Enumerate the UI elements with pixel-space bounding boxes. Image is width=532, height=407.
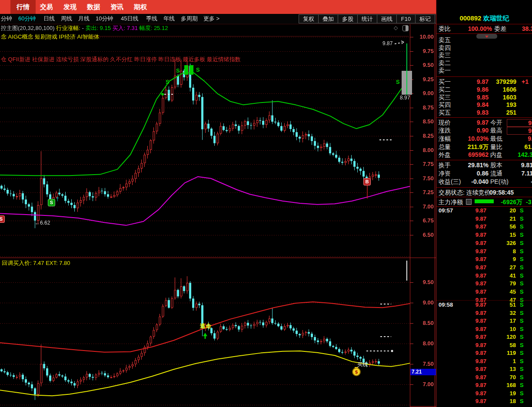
tape-row: 9.8721S	[436, 215, 532, 223]
chart-toolbar: 分钟60分钟日线周线月线10分钟45日线季线年线多周期更多 > 复权叠加多股统计…	[0, 14, 436, 24]
panel-text: 29.81%	[454, 162, 489, 169]
tape-volume: 10	[489, 326, 516, 332]
toolbar-button-复权[interactable]: 复权	[299, 14, 319, 23]
panel-text: 买四	[439, 101, 451, 109]
tape-row: 9.8732S	[436, 310, 532, 318]
period-月线[interactable]: 月线	[78, 14, 90, 23]
panel-text: 1603	[490, 94, 516, 101]
panel-divider	[436, 24, 532, 24]
tape-volume: 27	[489, 264, 516, 271]
tape-row: 9.8727S	[436, 264, 532, 272]
panel-text: -	[505, 178, 532, 185]
tape-side: S	[520, 256, 524, 262]
tape-row: 9.8756S	[436, 223, 532, 231]
panel-text: 换手	[439, 162, 451, 169]
tape-volume: 17	[489, 318, 516, 324]
tape-volume: 13	[489, 366, 516, 372]
panel-text: 涨幅	[439, 135, 451, 143]
tape-row: 9.87119S	[436, 350, 532, 357]
tape-side: S	[520, 310, 524, 316]
toolbar-button-多股[interactable]: 多股	[338, 14, 358, 23]
stock-header[interactable]: 000892 欢瑞世纪	[436, 14, 532, 23]
panel-text: 9.	[505, 135, 532, 142]
tape-side: S	[520, 358, 524, 364]
tape-price: 9.87	[454, 342, 486, 348]
tape-price: 9.87	[454, 390, 486, 397]
panel-text: 委比	[439, 25, 451, 33]
tape-side: S	[520, 223, 524, 230]
panel-text: 交易状态: 连续竞价	[439, 189, 491, 197]
tape-side: S	[520, 374, 524, 381]
panel-text: 今开	[490, 119, 502, 127]
toolbar-button-标记[interactable]: 标记	[415, 14, 435, 23]
panel-text: 7.11	[505, 170, 532, 177]
tape-row: 9.87120S	[436, 334, 532, 341]
period-更多 >[interactable]: 更多 >	[203, 14, 219, 23]
panel-text: 买一	[439, 78, 451, 86]
tape-price: 9.87	[454, 350, 486, 356]
tape-side: S	[520, 232, 524, 238]
toolbar-button-画线[interactable]: 画线	[377, 14, 397, 23]
tape-side: S	[520, 248, 524, 255]
tape-volume: 32	[489, 310, 516, 316]
panel-text: 卖三	[439, 52, 451, 60]
period-45日线[interactable]: 45日线	[121, 14, 138, 23]
main-force-bar	[475, 199, 494, 203]
period-年线[interactable]: 年线	[163, 14, 175, 23]
tape-row: 9.8710S	[436, 326, 532, 334]
quote-panel: 000892 欢瑞世纪 委比100.00%委差38.3卖五卖四卖三卖二卖一买一9…	[436, 0, 532, 407]
menu-item-资讯[interactable]: 资讯	[104, 0, 130, 14]
tape-row: 9.8770S	[436, 374, 532, 382]
panel-text: 卖四	[439, 44, 451, 52]
panel-text: 外盘	[439, 151, 451, 159]
menu-item-期权[interactable]: 期权	[128, 0, 153, 14]
tape-row: 9.8713S	[436, 366, 532, 374]
panel-text: 9.87	[454, 119, 489, 126]
panel-text: 0.86	[454, 170, 489, 177]
tape-side: S	[520, 366, 524, 372]
candlestick-chart[interactable]	[0, 0, 436, 407]
tape-volume: 326	[489, 240, 516, 246]
period-分钟[interactable]: 分钟	[1, 14, 12, 23]
panel-text: 买三	[439, 94, 451, 102]
tape-price: 9.87	[454, 326, 486, 332]
tape-time: 09:57	[439, 207, 453, 214]
period-周线[interactable]: 周线	[61, 14, 72, 23]
stock-code: 000892	[459, 14, 481, 22]
menu-item-行情[interactable]: 行情	[10, 0, 36, 14]
tape-price: 9.87	[454, 310, 486, 316]
period-多周期[interactable]: 多周期	[181, 14, 198, 23]
tape-side: S	[520, 272, 524, 279]
toolbar-button-F10[interactable]: F10	[396, 14, 416, 23]
panel-text: 净资	[439, 170, 451, 178]
period-10分钟[interactable]: 10分钟	[96, 14, 113, 23]
panel-text: 现价	[439, 119, 451, 127]
panel-text: 总量	[439, 143, 451, 151]
panel-text: 9.	[507, 119, 532, 127]
panel-text: -3	[526, 199, 531, 205]
period-60分钟[interactable]: 60分钟	[18, 14, 36, 23]
period-日线[interactable]: 日线	[43, 14, 55, 23]
tape-volume: 45	[489, 288, 516, 295]
tape-price: 9.87	[454, 272, 486, 279]
menu-item-发现[interactable]: 发现	[57, 0, 83, 14]
period-季线[interactable]: 季线	[146, 14, 157, 23]
tape-price: 9.87	[454, 382, 486, 388]
panel-text: 38.3	[502, 25, 532, 32]
toolbar-button-叠加[interactable]: 叠加	[318, 14, 338, 23]
tape-row: 09:589.8751S	[436, 301, 532, 309]
tape-side: S	[520, 207, 524, 214]
panel-divider	[436, 206, 532, 207]
collapse-orderbook-button[interactable]	[476, 34, 497, 39]
panel-text: 379299	[490, 78, 516, 85]
tape-volume: 8	[489, 248, 516, 255]
menu-item-交易[interactable]: 交易	[34, 0, 59, 14]
tape-row: 9.8779S	[436, 280, 532, 288]
detail-list-icon[interactable]	[466, 199, 472, 205]
tape-group-divider	[436, 300, 532, 301]
toolbar-button-统计[interactable]: 统计	[357, 14, 377, 23]
panel-text: 买二	[439, 86, 451, 94]
tape-volume: 58	[489, 342, 516, 348]
panel-text: 695962	[454, 151, 489, 158]
menu-item-数据[interactable]: 数据	[81, 0, 106, 14]
